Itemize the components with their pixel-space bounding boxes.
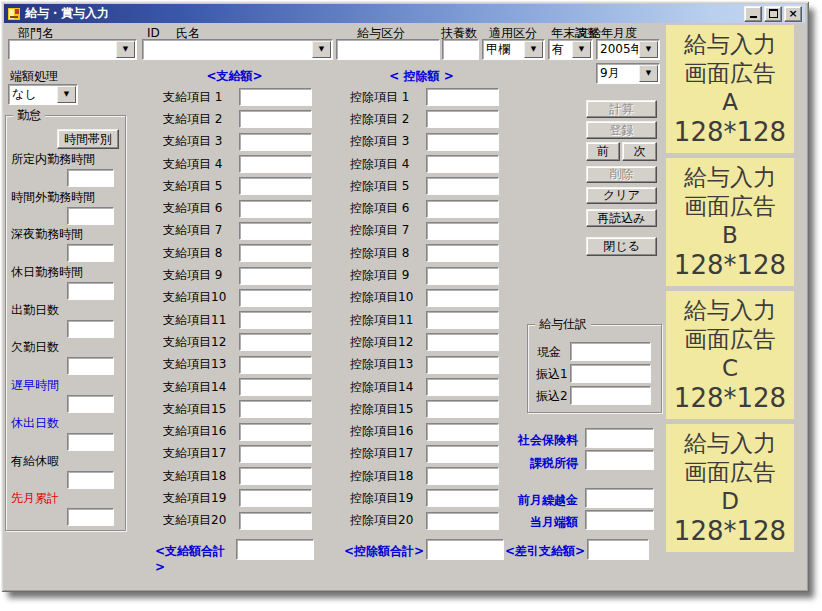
deduction-item-input[interactable] bbox=[426, 155, 499, 173]
attendance-field-input[interactable] bbox=[67, 395, 114, 413]
time-band-button[interactable]: 時間帯別 bbox=[57, 129, 119, 149]
taxable-income-input[interactable] bbox=[585, 450, 654, 470]
deduction-item-input[interactable] bbox=[426, 133, 499, 151]
cash-input[interactable] bbox=[570, 342, 651, 361]
pay-month-combobox[interactable]: 9月 ▼ bbox=[596, 63, 660, 84]
net-pay-input[interactable] bbox=[587, 539, 649, 560]
prev-carryover-input[interactable] bbox=[585, 488, 654, 508]
payment-item-input[interactable] bbox=[239, 289, 312, 307]
payment-item-input[interactable] bbox=[239, 400, 312, 418]
deduction-item-input[interactable] bbox=[426, 267, 499, 285]
attendance-field-input[interactable] bbox=[67, 169, 114, 187]
pay-class-input[interactable] bbox=[336, 39, 440, 60]
pay-month-dropdown-button[interactable]: ▼ bbox=[639, 65, 658, 82]
payment-item-input[interactable] bbox=[239, 489, 312, 507]
deduction-item-row: 控除項目19 bbox=[344, 487, 499, 509]
apply-class-combobox[interactable]: 甲欄 ▼ bbox=[482, 39, 545, 60]
deduction-item-input[interactable] bbox=[426, 467, 499, 485]
payment-item-input[interactable] bbox=[239, 512, 312, 530]
payment-item-input[interactable] bbox=[239, 155, 312, 173]
reload-button[interactable]: 再読込み bbox=[586, 209, 657, 227]
screen: 給与・賞与入力 × 部門名 ID 氏名 給与区分 扶養数 適用区分 年末調整 支… bbox=[0, 0, 822, 611]
payment-item-label: 支給項目16 bbox=[157, 423, 239, 440]
deduction-item-input[interactable] bbox=[426, 289, 499, 307]
titlebar[interactable]: 給与・賞与入力 × bbox=[4, 4, 805, 23]
month-fraction-input[interactable] bbox=[585, 510, 654, 530]
payment-item-input[interactable] bbox=[239, 244, 312, 262]
payment-item-input[interactable] bbox=[239, 378, 312, 396]
deduction-item-input[interactable] bbox=[426, 356, 499, 374]
dependents-input[interactable] bbox=[442, 39, 479, 60]
close-button[interactable]: × bbox=[784, 6, 802, 22]
social-insurance-input[interactable] bbox=[585, 428, 654, 448]
deduction-item-input[interactable] bbox=[426, 489, 499, 507]
fraction-combobox[interactable]: なし ▼ bbox=[8, 84, 78, 105]
maximize-button[interactable] bbox=[764, 6, 782, 22]
deduction-item-input[interactable] bbox=[426, 400, 499, 418]
deduction-item-input[interactable] bbox=[426, 222, 499, 240]
payment-item-label: 支給項目18 bbox=[157, 468, 239, 485]
attendance-field-input[interactable] bbox=[67, 207, 114, 225]
attendance-field-input[interactable] bbox=[67, 357, 114, 375]
payment-item-input[interactable] bbox=[239, 267, 312, 285]
transfer1-input[interactable] bbox=[570, 364, 651, 383]
minimize-button[interactable] bbox=[744, 6, 762, 22]
employee-name-combobox[interactable]: ▼ bbox=[142, 39, 333, 60]
ad-banner[interactable]: 給与入力 画面広告 B 128*128 bbox=[666, 158, 794, 286]
prev-button[interactable]: 前 bbox=[586, 142, 620, 161]
payment-item-input[interactable] bbox=[239, 133, 312, 151]
deduction-item-input[interactable] bbox=[426, 88, 499, 106]
attendance-field-input[interactable] bbox=[67, 508, 114, 526]
attendance-field-input[interactable] bbox=[67, 244, 114, 262]
close-window-button[interactable]: 閉じる bbox=[586, 237, 657, 256]
payment-item-input[interactable] bbox=[239, 311, 312, 329]
pay-year-dropdown-button[interactable]: ▼ bbox=[639, 41, 658, 58]
payment-item-input[interactable] bbox=[239, 200, 312, 218]
calc-button[interactable]: 計算 bbox=[586, 100, 657, 118]
payment-item-input[interactable] bbox=[239, 423, 312, 441]
deduction-item-input[interactable] bbox=[426, 311, 499, 329]
attendance-field-input[interactable] bbox=[67, 282, 114, 300]
payment-item-input[interactable] bbox=[239, 333, 312, 351]
payment-item-input[interactable] bbox=[239, 177, 312, 195]
deduction-item-label: 控除項目 7 bbox=[344, 222, 426, 239]
deduction-item-input[interactable] bbox=[426, 512, 499, 530]
pay-year-combobox[interactable]: 2005年 ▼ bbox=[596, 39, 660, 60]
payment-item-input[interactable] bbox=[239, 445, 312, 463]
deduction-item-input[interactable] bbox=[426, 200, 499, 218]
fraction-dropdown-button[interactable]: ▼ bbox=[57, 86, 76, 103]
yearend-dropdown-button[interactable]: ▼ bbox=[572, 41, 591, 58]
payment-item-input[interactable] bbox=[239, 110, 312, 128]
employee-name-dropdown-button[interactable]: ▼ bbox=[312, 41, 331, 58]
deduction-item-input[interactable] bbox=[426, 244, 499, 262]
department-dropdown-button[interactable]: ▼ bbox=[116, 41, 135, 58]
delete-button[interactable]: 削除 bbox=[586, 166, 657, 183]
payment-item-input[interactable] bbox=[239, 467, 312, 485]
social-insurance-label: 社会保険料 bbox=[500, 432, 578, 449]
department-combobox[interactable]: ▼ bbox=[8, 39, 137, 60]
yearend-combobox[interactable]: 有 ▼ bbox=[548, 39, 593, 60]
deduction-item-input[interactable] bbox=[426, 333, 499, 351]
next-button[interactable]: 次 bbox=[622, 142, 657, 161]
register-button[interactable]: 登録 bbox=[586, 121, 657, 139]
deduction-item-input[interactable] bbox=[426, 378, 499, 396]
transfer2-input[interactable] bbox=[570, 386, 651, 405]
ad-banner[interactable]: 給与入力 画面広告 D 128*128 bbox=[666, 424, 794, 552]
attendance-field-input[interactable] bbox=[67, 471, 114, 489]
apply-class-dropdown-button[interactable]: ▼ bbox=[524, 41, 543, 58]
deduction-item-label: 控除項目14 bbox=[344, 379, 426, 396]
attendance-field-input[interactable] bbox=[67, 433, 114, 451]
deduction-item-input[interactable] bbox=[426, 445, 499, 463]
deduction-item-input[interactable] bbox=[426, 423, 499, 441]
payment-item-input[interactable] bbox=[239, 88, 312, 106]
deduction-item-input[interactable] bbox=[426, 110, 499, 128]
payments-total-input[interactable] bbox=[236, 539, 314, 560]
attendance-field-input[interactable] bbox=[67, 320, 114, 338]
payment-item-input[interactable] bbox=[239, 222, 312, 240]
ad-banner[interactable]: 給与入力 画面広告 A 128*128 bbox=[666, 25, 794, 153]
deduction-item-input[interactable] bbox=[426, 177, 499, 195]
payment-item-input[interactable] bbox=[239, 356, 312, 374]
clear-button[interactable]: クリア bbox=[586, 187, 657, 204]
ad-banner[interactable]: 給与入力 画面広告 C 128*128 bbox=[666, 291, 794, 419]
deductions-total-input[interactable] bbox=[426, 539, 504, 560]
